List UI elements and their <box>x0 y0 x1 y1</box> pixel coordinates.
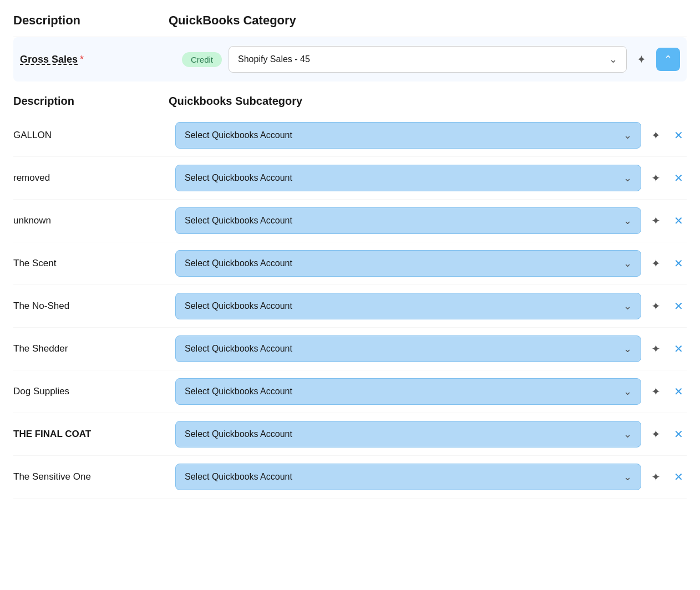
subcategory-wand-button[interactable]: ✦ <box>648 424 664 444</box>
subcategory-dropdown-wrapper: Select Quickbooks Account ⌄ <box>175 165 641 191</box>
close-icon: ✕ <box>674 172 683 184</box>
subcategory-row: THE FINAL COAT Select Quickbooks Account… <box>13 413 687 456</box>
subcategory-description-label: GALLON <box>13 130 169 141</box>
subcategory-dropdown-wrapper: Select Quickbooks Account ⌄ <box>175 122 641 149</box>
subcategory-row: The Scent Select Quickbooks Account ⌄ ✦ … <box>13 242 687 285</box>
subcategory-wand-button[interactable]: ✦ <box>648 253 664 273</box>
subcategory-remove-button[interactable]: ✕ <box>671 125 687 145</box>
wand-icon: ✦ <box>651 300 661 312</box>
subcategory-description-header: Description <box>13 95 169 108</box>
subcategory-chevron-down-icon: ⌄ <box>623 172 632 184</box>
gross-sales-collapse-button[interactable]: ⌃ <box>656 48 680 71</box>
close-icon: ✕ <box>674 129 683 141</box>
close-icon: ✕ <box>674 257 683 269</box>
subcategory-chevron-down-icon: ⌄ <box>623 471 632 483</box>
subcategory-description-label: Dog Supplies <box>13 386 169 397</box>
subcategory-dropdown-placeholder: Select Quickbooks Account <box>185 301 292 311</box>
subcategory-dropdown-placeholder: Select Quickbooks Account <box>185 344 292 354</box>
subcategory-description-label: removed <box>13 172 169 184</box>
subcategory-description-label: The No-Shed <box>13 301 169 312</box>
subcategory-description-label: The Shedder <box>13 343 169 354</box>
wand-icon: ✦ <box>651 257 661 269</box>
subcategory-dropdown[interactable]: Select Quickbooks Account ⌄ <box>175 122 641 149</box>
subcategory-dropdown[interactable]: Select Quickbooks Account ⌄ <box>175 250 641 277</box>
subcategory-remove-button[interactable]: ✕ <box>671 168 687 188</box>
close-icon: ✕ <box>674 385 683 398</box>
subcategory-description-label: THE FINAL COAT <box>13 429 169 440</box>
gross-sales-asterisk: * <box>80 54 84 65</box>
subcategory-dropdown[interactable]: Select Quickbooks Account ⌄ <box>175 165 641 191</box>
subcategory-row: unknown Select Quickbooks Account ⌄ ✦ ✕ <box>13 200 687 242</box>
subcategory-remove-button[interactable]: ✕ <box>671 211 687 231</box>
close-icon: ✕ <box>674 471 683 483</box>
subcategory-dropdown-wrapper: Select Quickbooks Account ⌄ <box>175 250 641 277</box>
gross-sales-dropdown-value: Shopify Sales - 45 <box>238 54 310 64</box>
subcategory-remove-button[interactable]: ✕ <box>671 296 687 316</box>
subcategory-chevron-down-icon: ⌄ <box>623 215 632 227</box>
wand-icon: ✦ <box>651 428 661 440</box>
subcategory-dropdown-placeholder: Select Quickbooks Account <box>185 429 292 439</box>
quickbooks-category-header: QuickBooks Category <box>169 13 687 28</box>
gross-sales-label-group: Gross Sales * <box>20 54 175 65</box>
description-header: Description <box>13 13 169 28</box>
subcategory-dropdown[interactable]: Select Quickbooks Account ⌄ <box>175 293 641 319</box>
subcategory-dropdown-placeholder: Select Quickbooks Account <box>185 472 292 482</box>
subcategory-dropdown[interactable]: Select Quickbooks Account ⌄ <box>175 207 641 234</box>
subcategory-dropdown-wrapper: Select Quickbooks Account ⌄ <box>175 378 641 405</box>
close-icon: ✕ <box>674 343 683 355</box>
subcategory-section-header: Description Quickbooks Subcategory <box>13 84 687 114</box>
subcategory-row: Dog Supplies Select Quickbooks Account ⌄… <box>13 370 687 413</box>
gross-sales-row: Gross Sales * Credit Shopify Sales - 45 … <box>13 37 687 82</box>
subcategory-remove-button[interactable]: ✕ <box>671 424 687 444</box>
wand-icon: ✦ <box>651 471 661 483</box>
gross-sales-dropdown[interactable]: Shopify Sales - 45 ⌄ <box>229 46 627 73</box>
credit-badge: Credit <box>182 52 222 67</box>
close-icon: ✕ <box>674 300 683 312</box>
wand-icon: ✦ <box>651 215 661 227</box>
subcategory-remove-button[interactable]: ✕ <box>671 339 687 359</box>
subcategory-dropdown-placeholder: Select Quickbooks Account <box>185 216 292 226</box>
subcategory-wand-button[interactable]: ✦ <box>648 382 664 401</box>
subcategory-wand-button[interactable]: ✦ <box>648 125 664 145</box>
subcategory-dropdown-placeholder: Select Quickbooks Account <box>185 173 292 183</box>
subcategory-row: removed Select Quickbooks Account ⌄ ✦ ✕ <box>13 157 687 200</box>
subcategory-row: The No-Shed Select Quickbooks Account ⌄ … <box>13 285 687 328</box>
wand-icon: ✦ <box>651 343 661 355</box>
subcategory-wand-button[interactable]: ✦ <box>648 296 664 316</box>
subcategory-dropdown[interactable]: Select Quickbooks Account ⌄ <box>175 378 641 405</box>
gross-sales-chevron-down-icon: ⌄ <box>609 53 617 65</box>
subcategory-chevron-down-icon: ⌄ <box>623 129 632 141</box>
subcategory-chevron-down-icon: ⌄ <box>623 343 632 355</box>
subcategory-dropdown-placeholder: Select Quickbooks Account <box>185 130 292 140</box>
subcategory-wand-button[interactable]: ✦ <box>648 211 664 231</box>
subcategory-remove-button[interactable]: ✕ <box>671 253 687 273</box>
subcategory-wand-button[interactable]: ✦ <box>648 467 664 487</box>
subcategory-chevron-down-icon: ⌄ <box>623 428 632 440</box>
subcategory-row: The Shedder Select Quickbooks Account ⌄ … <box>13 328 687 370</box>
subcategory-dropdown-wrapper: Select Quickbooks Account ⌄ <box>175 421 641 447</box>
subcategory-dropdown-placeholder: Select Quickbooks Account <box>185 386 292 396</box>
close-icon: ✕ <box>674 215 683 227</box>
subcategory-row: The Sensitive One Select Quickbooks Acco… <box>13 456 687 499</box>
subcategory-row: GALLON Select Quickbooks Account ⌄ ✦ ✕ <box>13 114 687 157</box>
subcategory-wand-button[interactable]: ✦ <box>648 339 664 359</box>
subcategory-description-label: The Sensitive One <box>13 471 169 482</box>
subcategory-description-label: The Scent <box>13 258 169 269</box>
gross-sales-label: Gross Sales <box>20 54 78 65</box>
subcategory-dropdown-placeholder: Select Quickbooks Account <box>185 258 292 268</box>
subcategory-chevron-down-icon: ⌄ <box>623 300 632 312</box>
subcategory-remove-button[interactable]: ✕ <box>671 467 687 487</box>
wand-icon: ✦ <box>651 385 661 398</box>
subcategory-wand-button[interactable]: ✦ <box>648 168 664 188</box>
subcategory-remove-button[interactable]: ✕ <box>671 382 687 401</box>
subcategory-dropdown-wrapper: Select Quickbooks Account ⌄ <box>175 293 641 319</box>
gross-sales-wand-button[interactable]: ✦ <box>633 49 650 69</box>
wand-icon: ✦ <box>651 129 661 141</box>
subcategory-dropdown[interactable]: Select Quickbooks Account ⌄ <box>175 464 641 490</box>
subcategory-dropdown[interactable]: Select Quickbooks Account ⌄ <box>175 335 641 362</box>
subcategory-dropdown-wrapper: Select Quickbooks Account ⌄ <box>175 335 641 362</box>
close-icon: ✕ <box>674 428 683 440</box>
subcategory-description-label: unknown <box>13 215 169 226</box>
wand-icon: ✦ <box>637 53 646 65</box>
subcategory-dropdown[interactable]: Select Quickbooks Account ⌄ <box>175 421 641 447</box>
